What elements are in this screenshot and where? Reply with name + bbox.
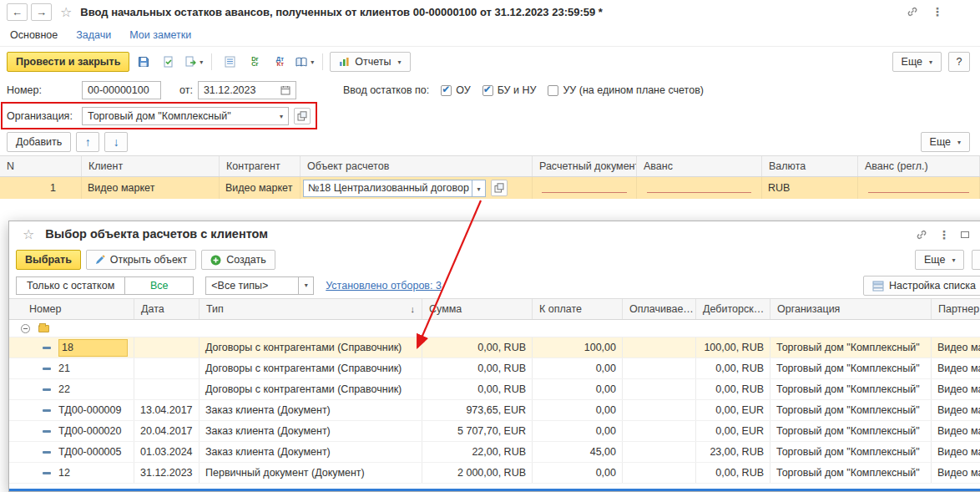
column-header[interactable]: Сумма xyxy=(422,299,533,319)
cell-currency[interactable]: RUB xyxy=(762,177,858,199)
cell-to-pay[interactable]: 0,00 xyxy=(533,421,623,441)
cell-amount[interactable]: 22,00, RUB xyxy=(422,442,533,462)
cell-to-pay[interactable]: 0,00 xyxy=(533,463,623,483)
cell-to-pay[interactable]: 0,00 xyxy=(533,379,623,399)
cell-date[interactable] xyxy=(134,379,200,399)
cell-type[interactable]: Договоры с контрагентами (Справочник) xyxy=(200,379,422,399)
column-header[interactable]: Номер xyxy=(9,299,134,319)
checkbox-uu[interactable]: УУ (на едином плане счетов) xyxy=(548,84,704,96)
select-button[interactable]: Выбрать xyxy=(16,250,81,270)
checkbox-uu-box[interactable] xyxy=(548,85,558,96)
cell-organization[interactable]: Торговый дом "Комплексный" xyxy=(770,463,932,483)
column-header[interactable]: Клиент xyxy=(82,156,220,176)
cell-type[interactable]: Договоры с контрагентами (Справочник) xyxy=(200,358,422,378)
cell-advance-regl[interactable] xyxy=(858,177,980,199)
registers-button[interactable]: ▾ xyxy=(294,52,316,72)
post-and-close-button[interactable]: Провести и закрыть xyxy=(7,52,129,72)
forward-button[interactable]: → xyxy=(31,3,52,21)
organization-input[interactable]: Торговый дом "Комплексный" ▾ xyxy=(82,107,289,125)
help-button[interactable]: ? xyxy=(948,52,970,72)
type-filter-select[interactable]: <Все типы> ▾ xyxy=(205,276,314,295)
favorite-star-icon[interactable]: ☆ xyxy=(23,226,34,242)
checkbox-bu-nu-box[interactable] xyxy=(482,85,493,96)
cell-paying[interactable] xyxy=(623,463,696,483)
settlement-object-open-button[interactable] xyxy=(491,180,508,196)
postings-button[interactable] xyxy=(219,52,240,72)
chevron-down-icon[interactable]: ▾ xyxy=(299,276,314,295)
column-header[interactable]: Дата xyxy=(134,299,200,319)
cell-amount[interactable]: 0,00, RUB xyxy=(422,337,533,358)
column-header[interactable]: Партнер xyxy=(932,299,980,319)
more-button[interactable]: Еще▾ xyxy=(892,52,942,72)
tab-tasks[interactable]: Задачи xyxy=(76,29,111,41)
column-header[interactable]: К оплате xyxy=(533,299,623,319)
cell-number[interactable]: ТД00-000009 xyxy=(9,400,134,420)
save-button[interactable] xyxy=(133,52,154,72)
cell-partner[interactable]: Видео маркет xyxy=(932,400,980,420)
add-row-button[interactable]: Добавить xyxy=(7,132,71,152)
column-header-type[interactable]: Тип↓ xyxy=(200,299,422,319)
kebab-menu-icon[interactable]: ⋮ xyxy=(938,228,950,241)
cell-date[interactable]: 31.12.2023 xyxy=(134,463,200,483)
create-button[interactable]: Создать xyxy=(201,250,275,270)
link-icon[interactable] xyxy=(907,6,918,18)
dialog-table-row[interactable]: 21 Договоры с контрагентами (Справочник)… xyxy=(9,358,980,379)
back-button[interactable]: ← xyxy=(7,3,28,21)
column-header[interactable]: N xyxy=(0,156,82,176)
kebab-menu-icon[interactable]: ⋮ xyxy=(932,5,943,18)
chevron-down-icon[interactable]: ▾ xyxy=(472,180,486,197)
tree-group-row[interactable] xyxy=(9,320,980,337)
dialog-table-row[interactable]: 22 Договоры с контрагентами (Справочник)… xyxy=(9,379,980,400)
cell-partner[interactable]: Видео маркет xyxy=(932,463,980,483)
cell-paying[interactable] xyxy=(623,358,696,378)
filters-set-link[interactable]: Установлено отборов: 3 xyxy=(326,280,442,292)
create-based-on-button[interactable]: ▾ xyxy=(183,52,205,72)
cell-receivable[interactable]: 0,00, RUB xyxy=(696,358,770,378)
calendar-icon[interactable] xyxy=(280,85,290,95)
cell-date[interactable]: 13.04.2017 xyxy=(134,400,200,420)
cell-to-pay[interactable]: 100,00 xyxy=(533,337,623,358)
drcr-button[interactable]: DrCr xyxy=(244,52,265,72)
cell-paying[interactable] xyxy=(623,337,696,358)
move-up-button[interactable]: ↑ xyxy=(76,132,99,152)
column-header[interactable]: Аванс xyxy=(637,156,762,176)
cell-partner[interactable]: Видео маркет xyxy=(932,358,980,378)
cell-advance[interactable] xyxy=(637,177,762,199)
cell-number[interactable]: ТД00-000020 xyxy=(9,421,134,441)
cell-receivable[interactable]: 0,00, RUB xyxy=(696,379,770,399)
cell-number[interactable]: 12 xyxy=(9,463,134,483)
cell-receivable[interactable]: 0,00, EUR xyxy=(696,421,770,441)
number-input[interactable]: 00-00000100 xyxy=(82,81,161,99)
cell-date[interactable] xyxy=(134,358,200,378)
dialog-help-button[interactable]: ? xyxy=(972,250,980,270)
link-icon[interactable] xyxy=(916,229,927,241)
cell-organization[interactable]: Торговый дом "Комплексный" xyxy=(770,379,932,399)
cell-date[interactable]: 20.04.2017 xyxy=(134,421,200,441)
dialog-table-row[interactable]: 12 31.12.2023 Первичный документ (Докуме… xyxy=(9,463,980,484)
checkbox-bu-nu[interactable]: БУ и НУ xyxy=(482,84,537,96)
column-header[interactable]: Дебиторск… xyxy=(696,299,770,319)
tab-notes[interactable]: Мои заметки xyxy=(129,29,191,41)
cell-type[interactable]: Первичный документ (Документ) xyxy=(200,463,422,483)
cell-partner[interactable]: Видео маркет xyxy=(932,337,980,358)
cell-number[interactable]: 18 xyxy=(9,337,134,358)
cell-receivable[interactable]: 100,00, RUB xyxy=(696,337,770,358)
maximize-icon[interactable] xyxy=(961,231,969,238)
collapse-icon[interactable] xyxy=(21,324,30,333)
cell-type[interactable]: Заказ клиента (Документ) xyxy=(200,421,422,441)
column-header[interactable]: Контрагент xyxy=(220,156,301,176)
cell-paying[interactable] xyxy=(623,442,696,462)
cell-settlement-object[interactable]: №18 Централизованный договор (п ▾ xyxy=(301,177,533,199)
filter-only-with-balance[interactable]: Только с остатком xyxy=(17,277,124,294)
organization-open-button[interactable] xyxy=(294,108,311,124)
column-header[interactable]: Организация xyxy=(770,299,932,319)
table-row[interactable]: 1 Видео маркет Видео маркет №18 Централи… xyxy=(0,177,980,199)
balance-filter-toggle[interactable]: Только с остатком Все xyxy=(16,276,194,295)
cell-partner[interactable]: Видео маркет xyxy=(932,421,980,441)
cell-partner[interactable]: Видео маркет xyxy=(932,379,980,399)
cell-amount[interactable]: 5 707,70, EUR xyxy=(422,421,533,441)
cell-counterparty[interactable]: Видео маркет xyxy=(220,177,301,199)
cell-settlement-document[interactable] xyxy=(533,177,637,199)
cell-paying[interactable] xyxy=(623,379,696,399)
dialog-table-row[interactable]: 18 Договоры с контрагентами (Справочник)… xyxy=(9,337,980,358)
